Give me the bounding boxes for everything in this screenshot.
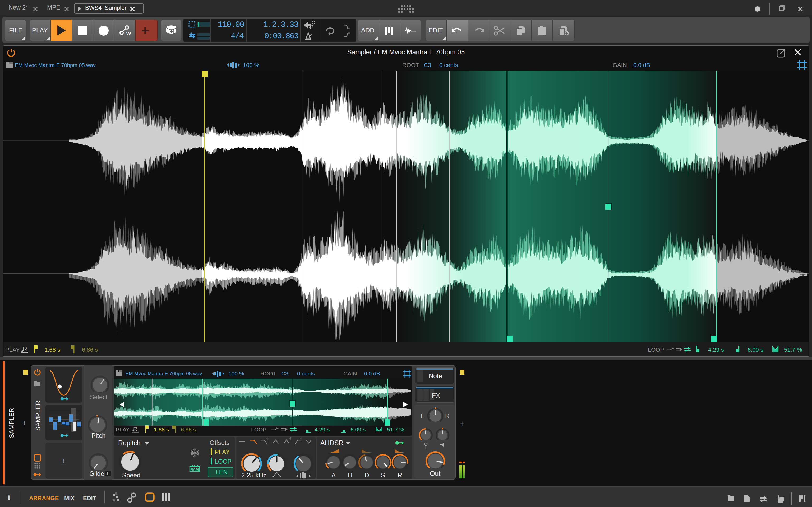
svg-text:R: R (133, 426, 138, 432)
svg-text:R: R (23, 346, 27, 352)
svg-text:RAM: RAM (190, 467, 199, 471)
svg-text:w: w (126, 30, 131, 37)
